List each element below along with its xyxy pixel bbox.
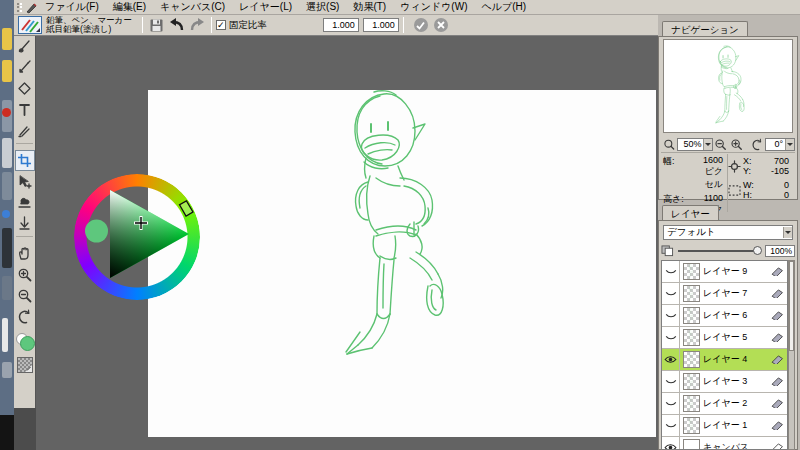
nav-zoom-out-button[interactable] [713, 135, 728, 153]
visibility-toggle[interactable] [662, 393, 680, 414]
app-icon [25, 1, 38, 14]
layer-row-canvas[interactable]: キャンバス [662, 437, 787, 450]
texture-swatch[interactable] [15, 355, 35, 375]
nav-zoom-in-button[interactable] [729, 135, 744, 153]
layer-thumbnail[interactable] [683, 263, 700, 280]
tool-polygon-select[interactable] [15, 78, 35, 99]
menu-canvas[interactable]: キャンバス(C) [153, 0, 232, 15]
pen-tip-icon[interactable] [771, 443, 784, 450]
layer-thumbnail[interactable] [683, 439, 700, 450]
menu-effect[interactable]: 効果(T) [346, 0, 393, 15]
tool-marker[interactable] [15, 120, 35, 141]
rotation-select[interactable]: 0° [765, 138, 795, 151]
layer-row-selected[interactable]: レイヤー 4 [662, 349, 787, 371]
tool-pin[interactable] [15, 213, 35, 234]
layer-row[interactable]: レイヤー 5 [662, 327, 787, 349]
hue-marker[interactable] [180, 201, 193, 216]
pen-tip-icon[interactable] [771, 355, 784, 364]
layer-row[interactable]: レイヤー 7 [662, 283, 787, 305]
visibility-toggle[interactable] [662, 437, 680, 450]
tool-panel-empty [14, 408, 36, 450]
tool-crop[interactable] [15, 150, 35, 171]
close-icon [437, 21, 445, 29]
chevron-down-icon[interactable] [785, 139, 794, 150]
undo-button[interactable] [167, 16, 187, 34]
y-value: -105 [759, 166, 791, 176]
layer-thumbnail[interactable] [683, 395, 700, 412]
tab-navigator[interactable]: ナビゲーション [662, 21, 748, 37]
tool-stamp[interactable] [15, 192, 35, 213]
opacity-value[interactable]: 100% [765, 245, 795, 257]
redo-button[interactable] [187, 16, 207, 34]
save-button[interactable] [147, 16, 167, 34]
chevron-down-icon[interactable] [783, 227, 792, 238]
menu-file[interactable]: ファイル(F) [38, 0, 106, 15]
layer-thumbnail[interactable] [683, 417, 700, 434]
visibility-toggle[interactable] [662, 261, 680, 282]
layer-thumbnail[interactable] [683, 329, 700, 346]
menu-help[interactable]: ヘルプ(H) [474, 0, 533, 15]
opacity-slider-knob[interactable] [753, 246, 762, 255]
tool-zoom-in[interactable] [15, 264, 35, 285]
pen-tip-icon[interactable] [771, 311, 784, 320]
layer-row[interactable]: レイヤー 2 [662, 393, 787, 415]
tool-brush[interactable] [15, 36, 35, 57]
brush-preset-button[interactable] [18, 16, 42, 34]
layer-thumbnail[interactable] [683, 307, 700, 324]
visibility-toggle[interactable] [662, 283, 680, 304]
visibility-toggle[interactable] [662, 349, 680, 370]
layer-name: レイヤー 2 [703, 397, 771, 410]
layer-row[interactable]: レイヤー 6 [662, 305, 787, 327]
menu-layer[interactable]: レイヤー(L) [232, 0, 299, 15]
apply-button[interactable] [414, 18, 428, 32]
visibility-toggle[interactable] [662, 371, 680, 392]
zoom-select[interactable]: 50% [677, 138, 713, 151]
chevron-down-icon[interactable] [703, 139, 712, 150]
sv-triangle[interactable] [74, 174, 200, 300]
opacity-slider[interactable] [678, 250, 761, 252]
menu-select[interactable]: 選択(S) [299, 0, 346, 15]
pen-tip-icon[interactable] [771, 333, 784, 342]
menu-window[interactable]: ウィンドウ(W) [393, 0, 474, 15]
width-value: 1600 ピクセル [701, 155, 727, 191]
layer-row[interactable]: レイヤー 1 [662, 415, 787, 437]
tool-pen[interactable] [15, 57, 35, 78]
layer-row[interactable]: レイヤー 9 [662, 261, 787, 283]
tool-hand[interactable] [15, 243, 35, 264]
navigator-preview[interactable] [663, 39, 793, 133]
tab-layers[interactable]: レイヤー [662, 205, 719, 221]
main-color-swatch[interactable] [20, 336, 35, 351]
drawing-canvas[interactable] [148, 90, 656, 437]
pen-tip-icon[interactable] [771, 399, 784, 408]
pen-tip-icon[interactable] [771, 289, 784, 298]
layer-row[interactable]: レイヤー 3 [662, 371, 787, 393]
visibility-toggle[interactable] [662, 305, 680, 326]
tool-rotate-view[interactable] [15, 306, 35, 327]
ratio-x-input[interactable]: 1.000 [323, 18, 359, 32]
layer-thumbnail[interactable] [683, 373, 700, 390]
pen-tip-icon[interactable] [771, 267, 784, 276]
h-label: H: [743, 190, 759, 200]
eye-closed-icon [665, 268, 677, 276]
tool-zoom-out[interactable] [15, 285, 35, 306]
pen-tip-icon[interactable] [771, 377, 784, 386]
layer-list-scrollbar[interactable] [788, 260, 795, 450]
toolbar-grip[interactable] [17, 3, 22, 12]
current-colors[interactable] [15, 331, 35, 355]
tool-move[interactable] [15, 171, 35, 192]
cancel-button[interactable] [434, 18, 448, 32]
visibility-toggle[interactable] [662, 415, 680, 436]
layer-thumbnail[interactable] [683, 351, 700, 368]
menu-edit[interactable]: 編集(E) [106, 0, 153, 15]
y-label: Y: [743, 166, 759, 176]
layer-name: レイヤー 7 [703, 287, 771, 300]
pen-tip-icon[interactable] [771, 421, 784, 430]
ratio-y-input[interactable]: 1.000 [363, 18, 399, 32]
visibility-toggle[interactable] [662, 327, 680, 348]
scrollbar-thumb[interactable] [789, 261, 794, 351]
layer-thumbnail[interactable] [683, 285, 700, 302]
fixed-ratio-checkbox[interactable]: ✓ [216, 20, 226, 30]
taskbar-icon [2, 362, 12, 378]
tool-text[interactable] [15, 99, 35, 120]
blend-mode-select[interactable]: デフォルト [663, 225, 793, 240]
